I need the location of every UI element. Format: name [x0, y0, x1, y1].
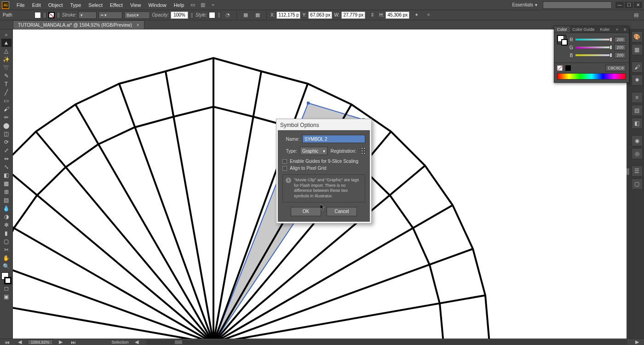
arrange-documents-icon[interactable]: ▭ — [189, 1, 197, 9]
menu-file[interactable]: File — [13, 2, 29, 8]
shape-icon-2[interactable]: ✧ — [424, 11, 432, 19]
panel-menu-icon[interactable]: ▤ — [632, 11, 640, 19]
layers-panel-icon[interactable]: ☰ — [632, 166, 643, 177]
w-input[interactable] — [341, 12, 365, 19]
workspace-switcher[interactable]: Essentials ▾ — [509, 2, 540, 7]
menu-help[interactable]: Help — [170, 2, 188, 8]
symbol-sprayer-tool[interactable]: ✻ — [1, 221, 12, 229]
ok-button[interactable]: OK — [291, 207, 321, 216]
symbol-type-select[interactable]: Graphic▾ — [300, 147, 328, 155]
eyedropper-tool[interactable]: 💧 — [1, 204, 12, 213]
brushes-panel-icon[interactable]: 🖌 — [632, 62, 643, 73]
hand-tool[interactable]: ✋ — [1, 254, 12, 262]
menu-window[interactable]: Window — [145, 2, 170, 8]
brush-definition[interactable]: Basic ▾ — [124, 12, 150, 19]
document-tab[interactable]: TUTORIAL_MANDALA.ai* @ 1584,92% (RGB/Pre… — [13, 20, 144, 29]
eraser-tool[interactable]: ◫ — [1, 130, 12, 138]
scroll-left-icon[interactable]: ◀ — [132, 338, 141, 345]
horizontal-scrollbar[interactable] — [146, 340, 627, 345]
align-pixel-grid-checkbox[interactable]: Align to Pixel Grid — [282, 166, 365, 171]
shape-builder-tool[interactable]: ◧ — [1, 171, 12, 179]
direct-selection-tool[interactable]: △ — [1, 47, 12, 55]
toolbox-collapse-icon[interactable]: » — [2, 30, 11, 39]
graphic-styles-panel-icon[interactable]: ◎ — [632, 148, 643, 159]
rectangle-tool[interactable]: ▭ — [1, 97, 12, 105]
line-segment-tool[interactable]: ╱ — [1, 88, 12, 97]
screen-mode[interactable]: ▣ — [1, 293, 12, 301]
free-transform-tool[interactable]: ⤡ — [1, 163, 12, 171]
swatch-black[interactable] — [565, 65, 571, 71]
opacity-dropdown[interactable] — [190, 12, 194, 18]
fill-swatch[interactable] — [34, 12, 41, 18]
bridge-icon[interactable]: ⌁ — [209, 1, 217, 9]
gradient-panel-icon[interactable]: ▤ — [632, 105, 643, 116]
graphic-style-swatch[interactable] — [209, 12, 215, 18]
paintbrush-tool[interactable]: 🖌 — [1, 105, 12, 113]
swatch-none[interactable] — [557, 65, 563, 71]
tab-kuler[interactable]: Kuler — [598, 26, 613, 33]
opacity-input[interactable] — [171, 12, 188, 19]
transparency-panel-icon[interactable]: ◧ — [632, 118, 643, 129]
slider-b[interactable]: B 200 — [569, 52, 626, 58]
menu-select[interactable]: Select — [85, 2, 106, 8]
next-artboard-icon[interactable]: ▶ — [57, 338, 65, 345]
pen-tool[interactable]: ✎ — [1, 72, 12, 80]
width-tool[interactable]: ⇔ — [1, 155, 12, 163]
scroll-right-icon[interactable]: ▶ — [633, 338, 641, 345]
menu-effect[interactable]: Effect — [106, 2, 126, 8]
color-spectrum[interactable] — [557, 73, 626, 80]
gradient-tool[interactable]: ▤ — [1, 196, 12, 204]
mesh-tool[interactable]: ⊞ — [1, 188, 12, 196]
magic-wand-tool[interactable]: ✨ — [1, 55, 12, 63]
tab-color-guide[interactable]: Color Guide — [570, 26, 598, 33]
hex-input[interactable]: C8C8C8 — [605, 65, 626, 71]
perspective-grid-tool[interactable]: ▦ — [1, 179, 12, 188]
y-input[interactable] — [308, 12, 332, 19]
artboard-tool[interactable]: ▢ — [1, 237, 12, 246]
shape-icon-1[interactable]: ✦ — [412, 11, 420, 19]
fill-stroke-indicator[interactable] — [1, 272, 12, 284]
first-artboard-icon[interactable]: ⏮ — [3, 338, 11, 345]
column-graph-tool[interactable]: ▮ — [1, 229, 12, 237]
x-input[interactable] — [276, 12, 300, 19]
constrain-proportions-icon[interactable]: ⇕ — [368, 11, 376, 19]
registration-point-picker[interactable] — [359, 147, 365, 155]
value-r[interactable]: 200 — [614, 36, 626, 43]
variable-width-profile[interactable]: ━ ▾ — [98, 12, 122, 19]
stroke-swatch[interactable] — [48, 12, 55, 18]
layout-icon[interactable]: ▥ — [199, 1, 207, 9]
appearance-panel-icon[interactable]: ◉ — [632, 135, 643, 146]
last-artboard-icon[interactable]: ⏭ — [69, 338, 78, 345]
draw-mode-normal[interactable]: ◻ — [1, 284, 12, 293]
pencil-tool[interactable]: ✏ — [1, 113, 12, 121]
rotate-tool[interactable]: ⟳ — [1, 138, 12, 146]
color-panel[interactable]: Color Color Guide Kuler » ≡ R 200 G 200 — [554, 26, 629, 83]
panel-fill-stroke[interactable] — [557, 35, 566, 44]
stroke-dropdown[interactable] — [57, 12, 60, 18]
panel-collapse-icon[interactable]: » — [613, 26, 621, 33]
align-icon[interactable]: ▦ — [242, 11, 250, 19]
menu-type[interactable]: Type — [67, 2, 85, 8]
fill-dropdown[interactable] — [43, 12, 46, 18]
stroke-color-icon[interactable] — [4, 277, 12, 284]
transform-icon[interactable]: ▩ — [253, 11, 262, 19]
window-close-button[interactable]: ✕ — [634, 2, 642, 8]
menu-edit[interactable]: Edit — [29, 2, 45, 8]
artboards-panel-icon[interactable]: ▢ — [632, 178, 643, 190]
cancel-button[interactable]: Cancel — [327, 207, 357, 216]
swatches-panel-icon[interactable]: ▦ — [632, 44, 643, 55]
blend-tool[interactable]: ◑ — [1, 213, 12, 221]
symbol-name-input[interactable] — [302, 135, 365, 143]
window-maximize-button[interactable]: ☐ — [625, 2, 633, 8]
scale-tool[interactable]: ⤢ — [1, 146, 12, 155]
tab-color[interactable]: Color — [554, 26, 570, 33]
close-tab-icon[interactable]: × — [137, 23, 139, 28]
value-b[interactable]: 200 — [614, 52, 626, 58]
nine-slice-checkbox[interactable]: Enable Guides for 9-Slice Scaling — [282, 159, 365, 164]
prev-artboard-icon[interactable]: ◀ — [16, 338, 24, 345]
graphic-style-dropdown[interactable] — [217, 12, 221, 18]
lasso-tool[interactable]: ➰ — [1, 63, 12, 72]
blob-brush-tool[interactable]: ⬤ — [1, 121, 12, 130]
slider-g[interactable]: G 200 — [569, 44, 626, 51]
slider-r[interactable]: R 200 — [569, 36, 626, 43]
